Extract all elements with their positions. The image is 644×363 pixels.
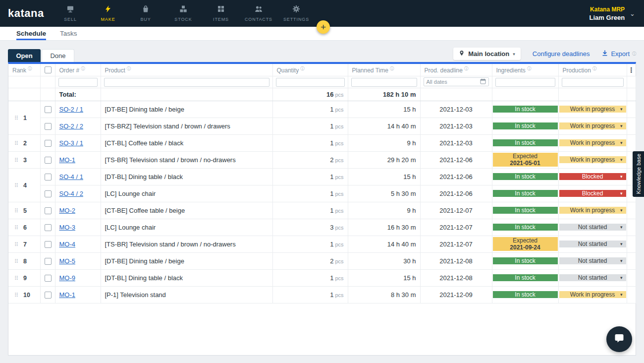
location-dropdown[interactable]: Main location ▾ <box>453 48 521 60</box>
row-checkbox[interactable] <box>45 241 52 248</box>
drag-handle-icon[interactable]: ⠿ <box>14 225 18 231</box>
buy-bag-icon <box>142 5 150 15</box>
order-link[interactable]: SO-3 / 1 <box>59 139 83 147</box>
product-cell: [LC] Lounge chair <box>101 219 272 236</box>
drag-handle-icon[interactable]: ⠿ <box>14 292 18 298</box>
row-checkbox[interactable] <box>45 224 52 231</box>
production-status-dropdown[interactable]: Work in progress▾ <box>559 122 626 129</box>
order-filter-input[interactable] <box>58 78 98 87</box>
production-status-dropdown[interactable]: Not started▾ <box>559 241 626 247</box>
product-filter-input[interactable] <box>104 78 269 87</box>
stock-boxes-icon <box>179 5 187 15</box>
add-button[interactable]: + <box>317 20 330 34</box>
production-status-dropdown[interactable]: Work in progress▾ <box>559 291 626 298</box>
caret-down-icon: ▾ <box>620 191 623 196</box>
rank-value: 9 <box>23 275 27 282</box>
nav-item-buy[interactable]: BUY <box>127 0 164 27</box>
row-checkbox[interactable] <box>45 140 52 147</box>
nav-item-sell[interactable]: SELL <box>52 0 89 27</box>
knowledge-base-tab[interactable]: Knowledge base <box>633 151 644 197</box>
product-cell: [TS-BR] Television stand / brown / no-dr… <box>101 151 272 168</box>
production-filter-input[interactable] <box>562 78 624 87</box>
order-link[interactable]: MO-1 <box>59 291 76 299</box>
row-checkbox[interactable] <box>45 106 52 113</box>
chat-widget-button[interactable] <box>606 326 632 352</box>
order-link[interactable]: MO-3 <box>59 224 76 231</box>
production-status-dropdown[interactable]: Work in progress▾ <box>559 207 626 214</box>
nav-label: BUY <box>140 17 151 22</box>
production-status-dropdown[interactable]: Work in progress▾ <box>559 106 626 113</box>
order-link[interactable]: MO-2 <box>59 207 76 214</box>
order-link[interactable]: SO-4 / 1 <box>59 173 83 181</box>
schedule-table: Rankⓘ Order #ⓘ Productⓘ Quantityⓘ Planne… <box>8 62 636 356</box>
tab-open[interactable]: Open <box>8 49 41 62</box>
row-checkbox[interactable] <box>45 292 52 299</box>
planned-time-filter-input[interactable] <box>351 78 417 87</box>
nav-label: CONTACTS <box>245 17 272 22</box>
row-checkbox[interactable] <box>45 190 52 197</box>
rank-value: 7 <box>23 241 27 248</box>
drag-handle-icon[interactable]: ⠿ <box>14 157 18 163</box>
row-checkbox[interactable] <box>45 275 52 282</box>
info-icon: ⓘ <box>527 66 532 71</box>
order-link[interactable]: SO-4 / 2 <box>59 190 83 197</box>
rank-value: 3 <box>23 157 27 164</box>
drag-handle-icon[interactable]: ⠿ <box>14 115 18 121</box>
drag-handle-icon[interactable]: ⠿ <box>14 242 18 247</box>
caret-down-icon: ▾ <box>620 174 623 179</box>
row-checkbox[interactable] <box>45 207 52 214</box>
nav-item-settings[interactable]: SETTINGS <box>277 0 315 27</box>
row-checkbox[interactable] <box>45 174 52 181</box>
col-ingredients: Ingredientsⓘ <box>492 64 558 76</box>
drag-handle-icon[interactable]: ⠿ <box>14 258 18 264</box>
drag-handle-icon[interactable]: ⠿ <box>14 140 18 146</box>
kebab-menu-icon[interactable]: ⋮ <box>628 66 635 74</box>
order-link[interactable]: MO-4 <box>59 241 76 248</box>
select-all-checkbox[interactable] <box>45 66 52 73</box>
row-checkbox[interactable] <box>45 258 52 265</box>
order-link[interactable]: MO-9 <box>59 274 76 282</box>
ingredients-filter-input[interactable] <box>495 78 555 87</box>
production-status-dropdown[interactable]: Not started▾ <box>559 274 626 281</box>
location-label: Main location <box>468 50 509 58</box>
configure-deadlines-link[interactable]: Configure deadlines <box>533 50 590 58</box>
production-status-dropdown[interactable]: Not started▾ <box>559 224 626 231</box>
quantity-filter-input[interactable] <box>276 78 345 87</box>
col-menu: ⋮ <box>627 64 636 76</box>
app-name: Katana MRP <box>590 6 625 13</box>
order-link[interactable]: SO-2 / 1 <box>59 106 83 113</box>
rank-value: 6 <box>23 224 27 231</box>
nav-item-contacts[interactable]: CONTACTS <box>240 0 277 27</box>
drag-handle-icon[interactable]: ⠿ <box>14 182 18 188</box>
product-cell: [DT-BE] Dining table / beige <box>101 252 272 269</box>
nav-item-stock[interactable]: STOCK <box>164 0 202 27</box>
ingredients-badge: In stock <box>493 207 558 214</box>
production-status-dropdown[interactable]: Work in progress▾ <box>559 139 626 146</box>
drag-handle-icon[interactable]: ⠿ <box>14 208 18 214</box>
deadline-date-filter[interactable]: All dates <box>424 77 489 86</box>
account-menu[interactable]: Katana MRP Liam Green ⌄ <box>590 6 644 21</box>
order-link[interactable]: MO-5 <box>59 257 76 265</box>
chevron-down-icon[interactable]: ⌄ <box>630 10 635 17</box>
tab-schedule[interactable]: Schedule <box>16 27 46 40</box>
production-status-dropdown[interactable]: Blocked▾ <box>559 173 626 180</box>
row-checkbox[interactable] <box>45 157 52 164</box>
table-row: ⠿1 SO-2 / 1 [DT-BE] Dining table / beige… <box>8 101 636 118</box>
user-name: Liam Green <box>590 14 625 21</box>
nav-item-make[interactable]: MAKE <box>89 0 127 27</box>
caret-down-icon: ▾ <box>620 225 623 230</box>
row-checkbox[interactable] <box>45 123 52 130</box>
export-link[interactable]: Export ⓘ <box>601 50 636 58</box>
col-order: Order #ⓘ <box>55 64 101 76</box>
tab-tasks[interactable]: Tasks <box>60 27 77 40</box>
production-status-dropdown[interactable]: Not started▾ <box>559 257 626 264</box>
tab-done[interactable]: Done <box>42 49 74 62</box>
nav-item-items[interactable]: ITEMS <box>202 0 240 27</box>
production-status-dropdown[interactable]: Blocked▾ <box>559 190 626 197</box>
drag-handle-icon[interactable]: ⠿ <box>14 275 18 281</box>
download-icon <box>601 50 608 58</box>
production-status-dropdown[interactable]: Work in progress▾ <box>559 156 626 163</box>
ingredients-badge: In stock <box>493 291 558 298</box>
order-link[interactable]: MO-1 <box>59 156 76 164</box>
order-link[interactable]: SO-2 / 2 <box>59 122 83 130</box>
